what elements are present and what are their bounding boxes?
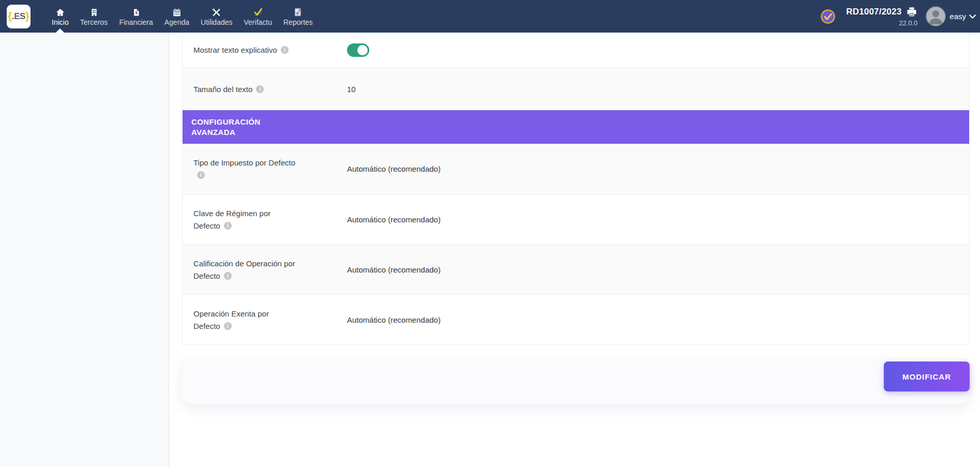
nav-item-reportes[interactable]: Reportes: [278, 0, 319, 33]
main-navigation: InicioTerceros$FinancieraAgendaUtilidade…: [46, 0, 319, 33]
field-value: Automático (recomendado): [347, 215, 441, 224]
field-label-text: Defecto: [193, 272, 220, 280]
info-icon[interactable]: [224, 272, 232, 280]
info-icon[interactable]: [224, 322, 232, 330]
field-label: Tamaño del texto: [183, 80, 347, 98]
logo-text: .ES: [12, 11, 25, 22]
application-window: {.ES} InicioTerceros$FinancieraAgendaUti…: [0, 0, 980, 467]
nav-item-terceros[interactable]: Terceros: [74, 0, 114, 33]
field-value: Automático (recomendado): [347, 315, 441, 324]
nav-item-label: Utilidades: [201, 19, 232, 26]
field-value-cell: 10: [347, 85, 969, 94]
logo-brace-open: {: [8, 10, 12, 22]
form-action-bar: MODIFICAR: [182, 358, 970, 404]
field-label-text: Defecto: [193, 322, 220, 330]
section-header-configuracion-avanzada: CONFIGURACIÓN AVANZADA: [183, 110, 969, 144]
logo-brace-close: }: [25, 10, 29, 22]
nav-item-label: Reportes: [283, 19, 313, 26]
nav-item-label: Financiera: [119, 19, 153, 26]
settings-row-clave-de-regimen-por-defecto: Clave de Régimen porDefectoAutomático (r…: [183, 194, 969, 244]
building-icon: [90, 7, 98, 17]
section-title-line: AVANZADA: [191, 127, 965, 138]
svg-text:$: $: [135, 11, 137, 15]
field-value: Automático (recomendado): [347, 164, 441, 173]
nav-item-financiera[interactable]: $Financiera: [113, 0, 158, 33]
field-value-cell: [347, 43, 969, 57]
field-value-cell: Automático (recomendado): [347, 315, 969, 324]
print-icon[interactable]: [906, 6, 917, 18]
regulation-label: RD1007/2023: [846, 7, 901, 17]
field-label-text: Tipo de Impuesto por Defecto: [193, 158, 295, 167]
field-label: Calificación de Operación porDefecto: [183, 254, 347, 285]
field-label: Operación Exenta porDefecto: [183, 304, 347, 335]
mostrar-texto-explicativo-toggle[interactable]: [347, 43, 369, 57]
app-logo[interactable]: {.ES}: [7, 5, 31, 28]
field-value: 10: [347, 85, 356, 94]
info-icon[interactable]: [224, 222, 232, 230]
calendar-icon: [172, 7, 182, 17]
main-content: Mostrar texto explicativoTamaño del text…: [170, 33, 980, 467]
field-label: Mostrar texto explicativo: [183, 41, 347, 59]
user-avatar[interactable]: [926, 6, 946, 26]
chevron-down-icon[interactable]: [969, 14, 976, 19]
field-label-text: Calificación de Operación por: [193, 259, 295, 268]
verifactu-settings-table: Mostrar texto explicativoTamaño del text…: [182, 33, 970, 345]
nav-item-agenda[interactable]: Agenda: [159, 0, 195, 33]
invoice-dollar-icon: $: [132, 7, 140, 17]
nav-item-label: Agenda: [164, 19, 189, 26]
settings-row-tamano-del-texto: Tamaño del texto10: [183, 67, 969, 110]
settings-row-tipo-de-impuesto-por-defecto: Tipo de Impuesto por DefectoAutomático (…: [183, 144, 969, 194]
tools-icon: [212, 7, 221, 17]
section-title-line: CONFIGURACIÓN: [191, 117, 965, 127]
info-icon[interactable]: [197, 171, 205, 179]
home-icon: [55, 7, 65, 17]
advanced-settings-rows: Tipo de Impuesto por DefectoAutomático (…: [183, 144, 969, 344]
field-label-text: Mostrar texto explicativo: [193, 46, 277, 54]
info-icon[interactable]: [281, 46, 289, 54]
general-settings-rows: Mostrar texto explicativoTamaño del text…: [183, 33, 969, 110]
top-navbar: {.ES} InicioTerceros$FinancieraAgendaUti…: [0, 0, 980, 33]
report-chart-icon: [293, 7, 303, 17]
field-value-cell: Automático (recomendado): [347, 164, 969, 173]
field-label-text: Defecto: [193, 221, 220, 230]
regulation-block: RD1007/2023 22.0.0: [846, 6, 917, 27]
field-value: Automático (recomendado): [347, 265, 441, 274]
modify-button[interactable]: MODIFICAR: [884, 361, 970, 391]
verifactu-check-icon: [252, 7, 264, 17]
nav-item-utilidades[interactable]: Utilidades: [195, 0, 238, 33]
user-name-label[interactable]: easy: [949, 12, 966, 21]
settings-row-operacion-exenta-por-defecto: Operación Exenta porDefectoAutomático (r…: [183, 294, 969, 344]
field-label-text: Clave de Régimen por: [193, 209, 270, 218]
settings-row-calificacion-de-operacion-por-defecto: Calificación de Operación porDefectoAuto…: [183, 244, 969, 294]
nav-item-inicio[interactable]: Inicio: [46, 0, 74, 33]
nav-item-label: Inicio: [52, 19, 69, 26]
field-label-text: Tamaño del texto: [193, 85, 252, 94]
field-label: Tipo de Impuesto por Defecto: [183, 154, 347, 185]
nav-item-label: Verifactu: [244, 19, 272, 26]
left-sidebar: [0, 33, 169, 467]
field-label-text: Operación Exenta por: [193, 309, 269, 318]
verifactu-seal-icon[interactable]: [820, 9, 836, 24]
navbar-right-cluster: RD1007/2023 22.0.0: [820, 6, 976, 27]
nav-item-label: Terceros: [80, 19, 108, 26]
nav-item-verifactu[interactable]: Verifactu: [238, 0, 278, 33]
app-version: 22.0.0: [899, 19, 917, 27]
settings-row-mostrar-texto-explicativo: Mostrar texto explicativo: [183, 33, 969, 67]
info-icon[interactable]: [256, 85, 264, 93]
field-value-cell: Automático (recomendado): [347, 215, 969, 224]
field-label: Clave de Régimen porDefecto: [183, 204, 347, 235]
field-value-cell: Automático (recomendado): [347, 265, 969, 274]
